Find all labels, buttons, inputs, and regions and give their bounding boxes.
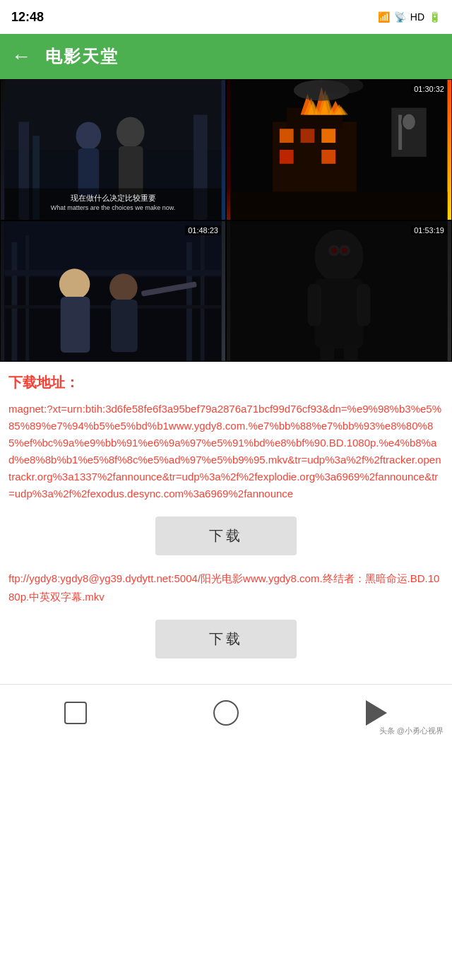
svg-rect-47 — [320, 343, 334, 361]
svg-rect-37 — [61, 297, 90, 353]
recent-button[interactable] — [58, 695, 93, 731]
thumb3-scene — [1, 221, 225, 361]
svg-rect-31 — [25, 235, 29, 361]
download-button-1[interactable]: 下载 — [155, 516, 297, 555]
video-thumb-2[interactable]: 01:30:32 — [226, 79, 452, 220]
download-button-2[interactable]: 下载 — [155, 620, 297, 659]
video-thumb-4[interactable]: 01:53:19 — [226, 220, 452, 362]
hd-label: HD — [410, 11, 424, 23]
ftp-link-text[interactable]: ftp://ygdy8:ygdy8@yg39.dydytt.net:5004/阳… — [8, 569, 444, 606]
svg-rect-13 — [280, 129, 294, 143]
svg-point-43 — [314, 230, 363, 283]
svg-rect-15 — [321, 129, 335, 143]
svg-rect-45 — [307, 284, 321, 326]
video-thumb-1[interactable]: 现在做什么决定比较重要 What matters are the choices… — [0, 79, 226, 220]
svg-rect-33 — [201, 228, 205, 361]
thumb4-scene — [227, 221, 451, 361]
back-icon — [366, 700, 387, 726]
status-time: 12:48 — [11, 10, 44, 25]
app-bar: ← 电影天堂 — [0, 34, 452, 79]
home-icon — [213, 700, 239, 726]
thumb2-scene — [227, 80, 451, 220]
svg-rect-17 — [321, 150, 335, 164]
svg-rect-16 — [280, 150, 294, 164]
svg-point-5 — [76, 122, 102, 150]
video-grid: 现在做什么决定比较重要 What matters are the choices… — [0, 79, 452, 362]
svg-rect-39 — [111, 300, 138, 352]
magnet-link-text[interactable]: magnet:?xt=urn:btih:3d6fe58fe6f3a95bef79… — [8, 401, 444, 502]
wifi-icon: 📡 — [394, 11, 406, 23]
svg-rect-46 — [357, 284, 371, 326]
download-label: 下载地址： — [8, 373, 444, 392]
battery-icon: 🔋 — [429, 11, 441, 23]
thumb-timestamp-4: 01:53:19 — [411, 225, 447, 235]
svg-point-25 — [402, 114, 416, 131]
svg-rect-48 — [344, 343, 358, 361]
bottom-nav: 头条 @小勇心视界 — [0, 684, 452, 740]
svg-point-51 — [331, 248, 337, 254]
svg-rect-32 — [186, 242, 192, 361]
watermark: 头条 @小勇心视界 — [379, 726, 444, 736]
svg-rect-26 — [231, 191, 448, 220]
svg-point-52 — [342, 248, 347, 254]
svg-rect-14 — [301, 129, 315, 143]
svg-rect-34 — [5, 270, 222, 276]
subtitle-cn-1: 现在做什么决定比较重要 What matters are the choices… — [6, 193, 220, 213]
thumb-timestamp-2: 01:30:32 — [411, 84, 447, 94]
status-icons: 📶 📡 HD 🔋 — [378, 11, 441, 23]
svg-point-7 — [117, 117, 145, 148]
status-bar: 12:48 📶 📡 HD 🔋 — [0, 0, 452, 34]
signal-icon: 📶 — [378, 11, 390, 23]
svg-point-38 — [109, 273, 138, 302]
svg-rect-30 — [11, 242, 17, 361]
back-nav-button[interactable] — [359, 695, 394, 731]
thumb-timestamp-3: 01:48:23 — [185, 225, 221, 235]
content-area: 下载地址： magnet:?xt=urn:btih:3d6fe58fe6f3a9… — [0, 362, 452, 684]
home-button[interactable] — [208, 695, 244, 731]
svg-point-36 — [59, 268, 90, 300]
app-title: 电影天堂 — [45, 45, 119, 68]
back-button[interactable]: ← — [11, 45, 31, 68]
recent-icon — [64, 702, 87, 724]
video-thumb-3[interactable]: 01:48:23 — [0, 220, 226, 362]
svg-rect-44 — [314, 278, 363, 348]
